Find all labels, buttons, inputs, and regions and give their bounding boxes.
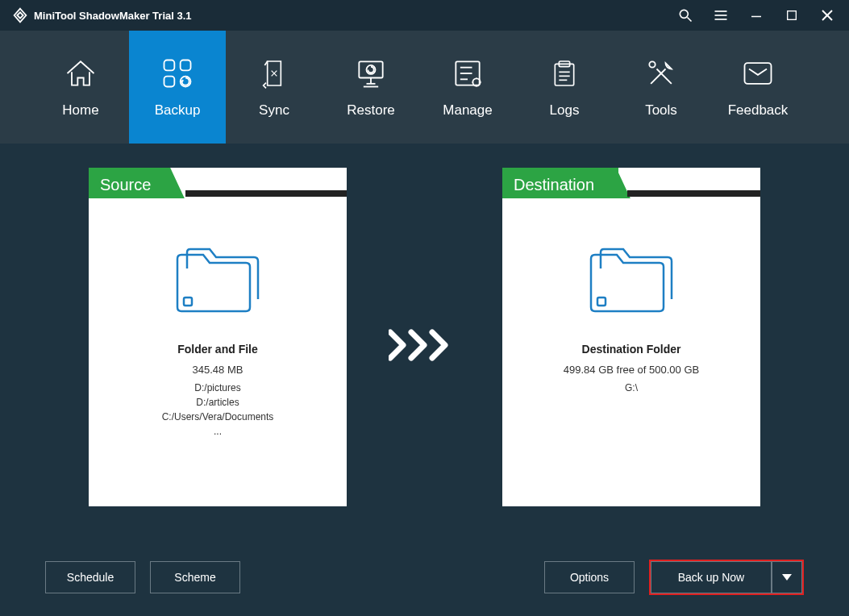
svg-point-0 — [680, 10, 688, 18]
nav-restore[interactable]: Restore — [323, 31, 419, 144]
svg-point-28 — [649, 61, 655, 67]
nav-label: Restore — [347, 102, 395, 119]
app-logo-icon — [11, 6, 29, 24]
options-button[interactable]: Options — [544, 561, 635, 593]
source-path: D:/pictures — [89, 381, 347, 395]
close-icon[interactable] — [818, 6, 836, 24]
backup-now-button[interactable]: Back up Now — [651, 561, 772, 593]
title-bar: MiniTool ShadowMaker Trial 3.1 — [0, 0, 849, 31]
manage-icon — [450, 56, 485, 91]
tools-icon — [643, 56, 679, 91]
nav-label: Home — [62, 102, 98, 119]
source-paths: D:/pictures D:/articles C:/Users/Vera/Do… — [89, 381, 347, 439]
nav-tools[interactable]: Tools — [613, 31, 710, 144]
svg-rect-9 — [164, 60, 175, 71]
nav-label: Backup — [155, 102, 201, 119]
maximize-icon[interactable] — [783, 6, 801, 24]
source-more: ... — [89, 424, 347, 439]
nav-home[interactable]: Home — [32, 31, 129, 144]
bottom-bar: Schedule Scheme Options Back up Now — [0, 539, 849, 616]
logs-icon — [547, 56, 582, 91]
minimize-icon[interactable] — [747, 6, 765, 24]
svg-marker-32 — [782, 574, 792, 581]
backup-now-group: Back up Now — [649, 560, 804, 595]
nav-manage[interactable]: Manage — [419, 31, 516, 144]
feedback-icon — [740, 56, 776, 91]
destination-drive: G:\ — [502, 381, 760, 395]
arrow-icon — [389, 329, 461, 361]
nav-backup[interactable]: Backup — [129, 31, 226, 144]
app-title: MiniTool ShadowMaker Trial 3.1 — [34, 10, 676, 22]
svg-rect-10 — [181, 60, 191, 71]
source-size: 345.48 MB — [89, 364, 347, 376]
destination-title: Destination Folder — [502, 343, 760, 356]
nav-logs[interactable]: Logs — [516, 31, 613, 144]
menu-icon[interactable] — [712, 6, 730, 24]
chevron-down-icon — [782, 574, 792, 581]
nav-sync[interactable]: Sync — [226, 31, 323, 144]
svg-rect-11 — [164, 77, 175, 87]
scheme-button[interactable]: Scheme — [150, 561, 240, 593]
destination-free: 499.84 GB free of 500.00 GB — [502, 364, 760, 376]
nav-label: Tools — [645, 102, 677, 119]
source-header-label: Source — [89, 168, 169, 198]
svg-rect-6 — [788, 11, 797, 20]
search-icon[interactable] — [676, 6, 694, 24]
window-controls — [676, 6, 843, 24]
source-path: D:/articles — [89, 395, 347, 410]
home-icon — [63, 56, 98, 91]
schedule-button[interactable]: Schedule — [45, 561, 135, 593]
folder-icon — [583, 243, 680, 315]
main-nav: Home Backup Sync Restore Manage — [0, 31, 849, 144]
source-title: Folder and File — [89, 343, 347, 356]
source-header: Source — [89, 168, 347, 198]
nav-label: Logs — [550, 102, 580, 119]
backup-dropdown-button[interactable] — [772, 561, 802, 593]
backup-icon — [160, 56, 195, 91]
source-path: C:/Users/Vera/Documents — [89, 410, 347, 424]
destination-header: Destination — [502, 168, 760, 198]
svg-rect-29 — [745, 63, 772, 84]
restore-icon — [353, 56, 389, 91]
destination-header-label: Destination — [502, 168, 618, 198]
folder-icon — [169, 243, 266, 315]
sync-icon — [256, 56, 292, 91]
svg-rect-13 — [359, 61, 382, 77]
nav-label: Manage — [443, 102, 492, 119]
nav-feedback[interactable]: Feedback — [710, 31, 806, 144]
nav-label: Feedback — [728, 102, 789, 119]
nav-label: Sync — [259, 102, 289, 119]
main-content: Source Folder and File 345.48 MB D:/pict… — [0, 144, 849, 539]
source-card[interactable]: Source Folder and File 345.48 MB D:/pict… — [89, 168, 347, 506]
svg-line-1 — [688, 18, 692, 22]
destination-card[interactable]: Destination Destination Folder 499.84 GB… — [502, 168, 760, 506]
